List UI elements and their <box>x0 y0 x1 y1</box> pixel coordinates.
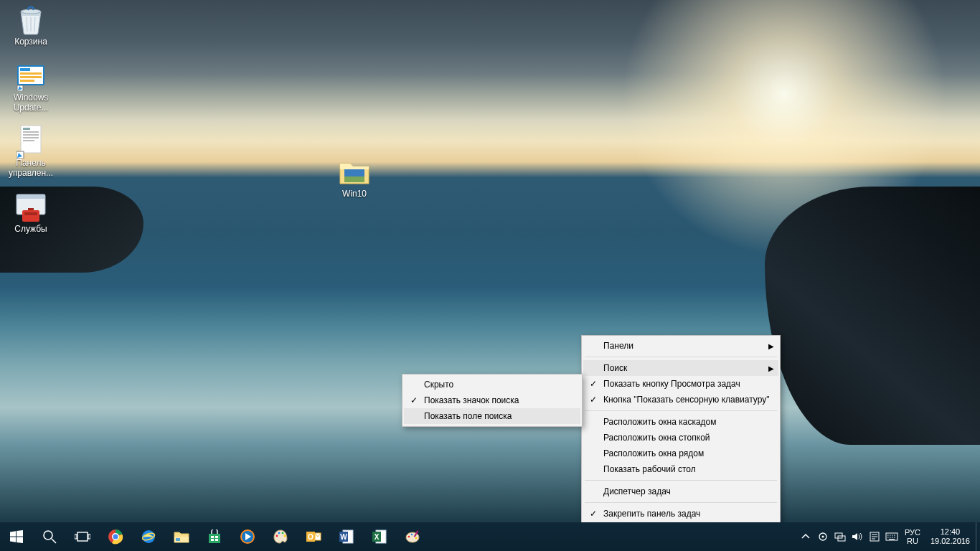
keyboard-icon <box>885 532 898 542</box>
svg-rect-36 <box>211 536 214 538</box>
desktop-icon-recycle-bin[interactable]: Корзина <box>4 4 57 47</box>
menu-item-label: Скрыто <box>424 380 453 390</box>
taskbar-context-menu: Панели ▶ Поиск ▶ ✓ Показать кнопку Просм… <box>581 335 781 540</box>
svg-rect-5 <box>20 76 42 78</box>
menu-separator <box>585 480 777 481</box>
svg-text:X: X <box>374 533 380 541</box>
clock-date: 19.02.2016 <box>930 537 970 546</box>
svg-rect-13 <box>23 140 34 141</box>
language-indicator[interactable]: РУС RU <box>900 528 925 545</box>
svg-rect-16 <box>17 194 45 199</box>
svg-rect-12 <box>23 137 39 138</box>
menu-item-side-by-side-windows[interactable]: Расположить окна рядом <box>583 446 778 461</box>
submenu-arrow-icon: ▶ <box>768 364 774 372</box>
svg-text:O: O <box>308 533 314 541</box>
menu-item-label: Показать кнопку Просмотра задач <box>603 379 740 389</box>
taskbar-app-paint2[interactable] <box>396 522 429 551</box>
desktop-icon-win10-folder[interactable]: Win10 <box>328 156 381 199</box>
network-icon <box>834 532 846 542</box>
svg-rect-39 <box>215 539 218 541</box>
check-icon: ✓ <box>410 395 418 405</box>
show-desktop-button[interactable] <box>976 522 980 551</box>
taskbar-app-paint[interactable] <box>264 522 297 551</box>
svg-point-57 <box>411 534 413 536</box>
svg-rect-10 <box>23 131 39 133</box>
menu-item-cascade-windows[interactable]: Расположить окна каскадом <box>583 414 778 430</box>
windows-update-icon <box>15 60 47 92</box>
svg-point-30 <box>113 534 118 540</box>
svg-rect-17 <box>22 210 39 222</box>
taskbar-app-media-player[interactable] <box>231 522 264 551</box>
svg-rect-34 <box>176 538 180 541</box>
menu-item-label: Расположить окна рядом <box>603 448 704 458</box>
tray-touch-keyboard-icon[interactable] <box>883 522 900 551</box>
svg-rect-22 <box>344 176 364 182</box>
internet-explorer-icon <box>141 529 156 545</box>
tray-input-indicator-icon[interactable] <box>866 522 883 551</box>
menu-separator <box>585 357 777 357</box>
wallpaper-rock-right <box>765 187 980 445</box>
taskbar-search-button[interactable] <box>33 522 66 551</box>
menu-item-task-manager[interactable]: Диспетчер задач <box>583 484 778 499</box>
desktop-icon-services[interactable]: Службы <box>4 192 57 235</box>
language-line1: РУС <box>905 528 920 537</box>
menu-item-label: Закрепить панель задач <box>603 509 700 519</box>
svg-rect-25 <box>77 532 88 541</box>
chevron-up-icon <box>801 532 810 541</box>
menu-item-touch-keyboard-button[interactable]: ✓ Кнопка "Показать сенсорную клавиатуру" <box>583 392 778 408</box>
tray-show-hidden-icons[interactable] <box>797 522 814 551</box>
desktop-icon-windows-update[interactable]: Windows Update... <box>4 60 57 113</box>
menu-item-search-hidden[interactable]: Скрыто <box>404 377 580 392</box>
clock[interactable]: 12:40 19.02.2016 <box>925 527 976 546</box>
tray-volume-icon[interactable] <box>849 522 866 551</box>
tray-location-icon[interactable] <box>814 522 831 551</box>
task-view-button[interactable] <box>66 522 99 551</box>
taskbar-app-store[interactable] <box>198 522 231 551</box>
menu-item-search-show-bar[interactable]: Показать поле поиска <box>404 408 580 424</box>
chrome-icon <box>108 529 123 545</box>
excel-icon: X <box>372 529 387 545</box>
taskbar[interactable]: O W X РУ <box>0 522 980 551</box>
svg-rect-3 <box>20 68 30 71</box>
language-line2: RU <box>905 537 920 545</box>
outlook-icon: O <box>306 529 321 545</box>
menu-item-label: Диспетчер задач <box>603 486 671 496</box>
system-tray: РУС RU 12:40 19.02.2016 <box>797 522 980 551</box>
desktop-icon-label: Службы <box>14 225 47 235</box>
desktop-icon-control-panel[interactable]: Панель управлен... <box>4 126 57 179</box>
svg-point-23 <box>44 531 52 540</box>
svg-point-55 <box>406 532 419 542</box>
taskbar-app-word[interactable]: W <box>330 522 363 551</box>
menu-item-stack-windows[interactable]: Расположить окна стопкой <box>583 430 778 446</box>
start-button[interactable] <box>0 522 33 551</box>
recycle-bin-icon <box>15 4 47 36</box>
check-icon: ✓ <box>589 395 598 405</box>
menu-separator <box>585 410 777 411</box>
desktop[interactable]: Корзина Windows Update... <box>0 0 980 522</box>
desktop-icon-label: Панель управлен... <box>5 159 57 179</box>
svg-rect-27 <box>88 534 90 539</box>
document-icon <box>869 532 880 542</box>
svg-rect-19 <box>28 208 34 210</box>
menu-item-show-taskview-button[interactable]: ✓ Показать кнопку Просмотра задач <box>583 376 778 392</box>
taskbar-app-chrome[interactable] <box>99 522 132 551</box>
svg-point-45 <box>284 535 286 537</box>
desktop-icon-label: Win10 <box>342 189 367 199</box>
menu-item-label: Показать поле поиска <box>424 411 512 421</box>
menu-item-show-desktop[interactable]: Показать рабочий стол <box>583 461 778 477</box>
menu-item-toolbars[interactable]: Панели ▶ <box>583 338 778 354</box>
media-player-icon <box>240 529 255 545</box>
taskbar-app-outlook[interactable]: O <box>297 522 330 551</box>
search-icon <box>42 529 57 545</box>
svg-rect-21 <box>344 169 364 176</box>
taskbar-app-file-explorer[interactable] <box>165 522 198 551</box>
menu-item-lock-taskbar[interactable]: ✓ Закрепить панель задач <box>583 506 778 522</box>
tray-network-icon[interactable] <box>831 522 849 551</box>
svg-point-42 <box>276 535 278 537</box>
menu-item-search-show-icon[interactable]: ✓ Показать значок поиска <box>404 392 580 408</box>
menu-item-search[interactable]: Поиск ▶ <box>583 360 778 376</box>
taskbar-app-ie[interactable] <box>132 522 165 551</box>
taskbar-app-excel[interactable]: X <box>363 522 396 551</box>
file-explorer-icon <box>174 529 189 545</box>
svg-rect-35 <box>209 534 220 543</box>
